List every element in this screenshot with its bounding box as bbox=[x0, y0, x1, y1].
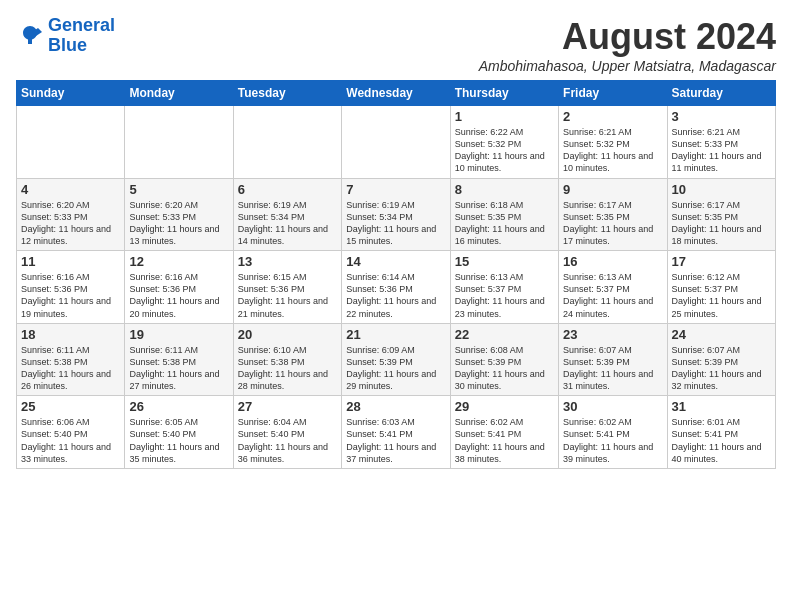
day-number: 26 bbox=[129, 399, 228, 414]
day-number: 16 bbox=[563, 254, 662, 269]
table-row: 18Sunrise: 6:11 AM Sunset: 5:38 PM Dayli… bbox=[17, 323, 125, 396]
day-info: Sunrise: 6:07 AM Sunset: 5:39 PM Dayligh… bbox=[563, 344, 662, 393]
page-header: General Blue August 2024 Ambohimahasoa, … bbox=[16, 16, 776, 74]
day-number: 12 bbox=[129, 254, 228, 269]
header-friday: Friday bbox=[559, 81, 667, 106]
table-row: 9Sunrise: 6:17 AM Sunset: 5:35 PM Daylig… bbox=[559, 178, 667, 251]
table-row: 3Sunrise: 6:21 AM Sunset: 5:33 PM Daylig… bbox=[667, 106, 775, 179]
month-year-title: August 2024 bbox=[479, 16, 776, 58]
day-number: 9 bbox=[563, 182, 662, 197]
day-info: Sunrise: 6:11 AM Sunset: 5:38 PM Dayligh… bbox=[21, 344, 120, 393]
day-number: 31 bbox=[672, 399, 771, 414]
day-info: Sunrise: 6:17 AM Sunset: 5:35 PM Dayligh… bbox=[672, 199, 771, 248]
day-number: 19 bbox=[129, 327, 228, 342]
logo-icon bbox=[16, 22, 44, 50]
day-number: 2 bbox=[563, 109, 662, 124]
day-number: 3 bbox=[672, 109, 771, 124]
day-number: 30 bbox=[563, 399, 662, 414]
table-row: 4Sunrise: 6:20 AM Sunset: 5:33 PM Daylig… bbox=[17, 178, 125, 251]
table-row: 13Sunrise: 6:15 AM Sunset: 5:36 PM Dayli… bbox=[233, 251, 341, 324]
table-row: 14Sunrise: 6:14 AM Sunset: 5:36 PM Dayli… bbox=[342, 251, 450, 324]
day-info: Sunrise: 6:22 AM Sunset: 5:32 PM Dayligh… bbox=[455, 126, 554, 175]
table-row bbox=[233, 106, 341, 179]
table-row: 2Sunrise: 6:21 AM Sunset: 5:32 PM Daylig… bbox=[559, 106, 667, 179]
table-row: 12Sunrise: 6:16 AM Sunset: 5:36 PM Dayli… bbox=[125, 251, 233, 324]
location-subtitle: Ambohimahasoa, Upper Matsiatra, Madagasc… bbox=[479, 58, 776, 74]
day-number: 20 bbox=[238, 327, 337, 342]
calendar-week-row: 1Sunrise: 6:22 AM Sunset: 5:32 PM Daylig… bbox=[17, 106, 776, 179]
day-info: Sunrise: 6:13 AM Sunset: 5:37 PM Dayligh… bbox=[455, 271, 554, 320]
table-row: 8Sunrise: 6:18 AM Sunset: 5:35 PM Daylig… bbox=[450, 178, 558, 251]
day-info: Sunrise: 6:02 AM Sunset: 5:41 PM Dayligh… bbox=[563, 416, 662, 465]
day-info: Sunrise: 6:20 AM Sunset: 5:33 PM Dayligh… bbox=[21, 199, 120, 248]
table-row: 11Sunrise: 6:16 AM Sunset: 5:36 PM Dayli… bbox=[17, 251, 125, 324]
header-tuesday: Tuesday bbox=[233, 81, 341, 106]
day-info: Sunrise: 6:04 AM Sunset: 5:40 PM Dayligh… bbox=[238, 416, 337, 465]
day-info: Sunrise: 6:21 AM Sunset: 5:32 PM Dayligh… bbox=[563, 126, 662, 175]
header-thursday: Thursday bbox=[450, 81, 558, 106]
day-info: Sunrise: 6:01 AM Sunset: 5:41 PM Dayligh… bbox=[672, 416, 771, 465]
page-container: General Blue August 2024 Ambohimahasoa, … bbox=[16, 16, 776, 469]
table-row bbox=[342, 106, 450, 179]
table-row: 25Sunrise: 6:06 AM Sunset: 5:40 PM Dayli… bbox=[17, 396, 125, 469]
day-info: Sunrise: 6:10 AM Sunset: 5:38 PM Dayligh… bbox=[238, 344, 337, 393]
table-row: 27Sunrise: 6:04 AM Sunset: 5:40 PM Dayli… bbox=[233, 396, 341, 469]
day-info: Sunrise: 6:11 AM Sunset: 5:38 PM Dayligh… bbox=[129, 344, 228, 393]
day-info: Sunrise: 6:19 AM Sunset: 5:34 PM Dayligh… bbox=[238, 199, 337, 248]
table-row: 29Sunrise: 6:02 AM Sunset: 5:41 PM Dayli… bbox=[450, 396, 558, 469]
header-wednesday: Wednesday bbox=[342, 81, 450, 106]
day-info: Sunrise: 6:21 AM Sunset: 5:33 PM Dayligh… bbox=[672, 126, 771, 175]
day-number: 21 bbox=[346, 327, 445, 342]
table-row: 10Sunrise: 6:17 AM Sunset: 5:35 PM Dayli… bbox=[667, 178, 775, 251]
day-info: Sunrise: 6:18 AM Sunset: 5:35 PM Dayligh… bbox=[455, 199, 554, 248]
day-info: Sunrise: 6:16 AM Sunset: 5:36 PM Dayligh… bbox=[129, 271, 228, 320]
day-number: 23 bbox=[563, 327, 662, 342]
table-row bbox=[125, 106, 233, 179]
table-row bbox=[17, 106, 125, 179]
table-row: 15Sunrise: 6:13 AM Sunset: 5:37 PM Dayli… bbox=[450, 251, 558, 324]
day-info: Sunrise: 6:05 AM Sunset: 5:40 PM Dayligh… bbox=[129, 416, 228, 465]
day-number: 13 bbox=[238, 254, 337, 269]
day-number: 29 bbox=[455, 399, 554, 414]
header-monday: Monday bbox=[125, 81, 233, 106]
logo-general: General bbox=[48, 15, 115, 35]
day-number: 17 bbox=[672, 254, 771, 269]
day-info: Sunrise: 6:16 AM Sunset: 5:36 PM Dayligh… bbox=[21, 271, 120, 320]
day-number: 25 bbox=[21, 399, 120, 414]
day-info: Sunrise: 6:19 AM Sunset: 5:34 PM Dayligh… bbox=[346, 199, 445, 248]
day-number: 22 bbox=[455, 327, 554, 342]
table-row: 19Sunrise: 6:11 AM Sunset: 5:38 PM Dayli… bbox=[125, 323, 233, 396]
table-row: 24Sunrise: 6:07 AM Sunset: 5:39 PM Dayli… bbox=[667, 323, 775, 396]
logo-blue: Blue bbox=[48, 35, 87, 55]
table-row: 31Sunrise: 6:01 AM Sunset: 5:41 PM Dayli… bbox=[667, 396, 775, 469]
table-row: 7Sunrise: 6:19 AM Sunset: 5:34 PM Daylig… bbox=[342, 178, 450, 251]
table-row: 5Sunrise: 6:20 AM Sunset: 5:33 PM Daylig… bbox=[125, 178, 233, 251]
table-row: 6Sunrise: 6:19 AM Sunset: 5:34 PM Daylig… bbox=[233, 178, 341, 251]
table-row: 20Sunrise: 6:10 AM Sunset: 5:38 PM Dayli… bbox=[233, 323, 341, 396]
calendar-table: Sunday Monday Tuesday Wednesday Thursday… bbox=[16, 80, 776, 469]
day-info: Sunrise: 6:20 AM Sunset: 5:33 PM Dayligh… bbox=[129, 199, 228, 248]
title-block: August 2024 Ambohimahasoa, Upper Matsiat… bbox=[479, 16, 776, 74]
logo: General Blue bbox=[16, 16, 115, 56]
day-number: 5 bbox=[129, 182, 228, 197]
day-info: Sunrise: 6:14 AM Sunset: 5:36 PM Dayligh… bbox=[346, 271, 445, 320]
day-info: Sunrise: 6:12 AM Sunset: 5:37 PM Dayligh… bbox=[672, 271, 771, 320]
day-number: 18 bbox=[21, 327, 120, 342]
day-number: 1 bbox=[455, 109, 554, 124]
table-row: 30Sunrise: 6:02 AM Sunset: 5:41 PM Dayli… bbox=[559, 396, 667, 469]
day-info: Sunrise: 6:13 AM Sunset: 5:37 PM Dayligh… bbox=[563, 271, 662, 320]
logo-text-block: General Blue bbox=[48, 16, 115, 56]
day-info: Sunrise: 6:03 AM Sunset: 5:41 PM Dayligh… bbox=[346, 416, 445, 465]
table-row: 28Sunrise: 6:03 AM Sunset: 5:41 PM Dayli… bbox=[342, 396, 450, 469]
table-row: 16Sunrise: 6:13 AM Sunset: 5:37 PM Dayli… bbox=[559, 251, 667, 324]
day-info: Sunrise: 6:02 AM Sunset: 5:41 PM Dayligh… bbox=[455, 416, 554, 465]
day-number: 14 bbox=[346, 254, 445, 269]
calendar-week-row: 25Sunrise: 6:06 AM Sunset: 5:40 PM Dayli… bbox=[17, 396, 776, 469]
header-sunday: Sunday bbox=[17, 81, 125, 106]
day-number: 24 bbox=[672, 327, 771, 342]
day-info: Sunrise: 6:15 AM Sunset: 5:36 PM Dayligh… bbox=[238, 271, 337, 320]
calendar-week-row: 18Sunrise: 6:11 AM Sunset: 5:38 PM Dayli… bbox=[17, 323, 776, 396]
table-row: 21Sunrise: 6:09 AM Sunset: 5:39 PM Dayli… bbox=[342, 323, 450, 396]
day-number: 10 bbox=[672, 182, 771, 197]
day-info: Sunrise: 6:06 AM Sunset: 5:40 PM Dayligh… bbox=[21, 416, 120, 465]
